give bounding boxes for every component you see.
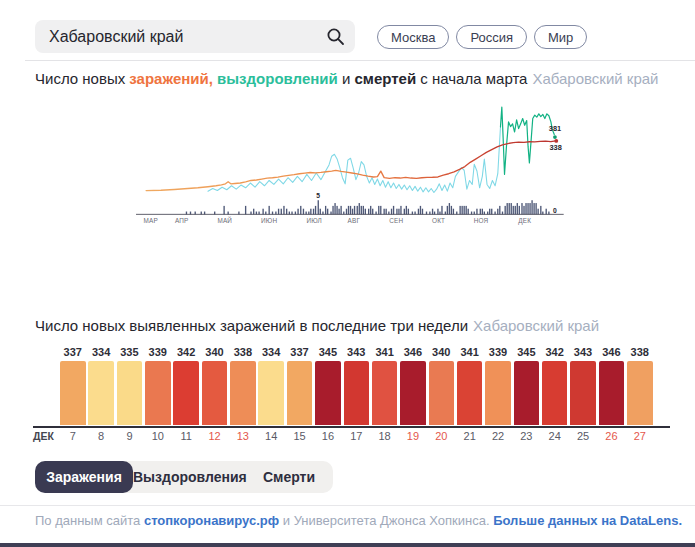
deaths-bar [370,206,371,214]
heatmap-cell-dec-22[interactable] [485,361,511,425]
deaths-bar [525,203,526,214]
heatmap-day-label: 7 [60,430,86,442]
heatmap-cell-dec-8[interactable] [88,361,114,425]
deaths-bar [327,209,328,215]
heatmap-value: 343 [570,346,596,358]
heatmap-cell-dec-23[interactable] [514,361,540,425]
region-button-world[interactable]: Мир [534,25,587,49]
region-button-russia[interactable]: Россия [456,25,527,49]
heatmap-cell-dec-18[interactable] [372,361,398,425]
heatmap-day-label: 21 [457,430,483,442]
deaths-bar [509,203,510,214]
deaths-bar [548,212,549,215]
deaths-bar [372,209,373,215]
metric-tabs: ЗараженияВыздоровленияСмерти [35,461,333,493]
deaths-bar [383,209,384,215]
search-input[interactable] [35,20,355,53]
deaths-bar [451,206,452,214]
deaths-bar [461,206,462,214]
deaths-bar [459,206,460,214]
deaths-bar [204,212,205,215]
header-divider [25,60,695,61]
heatmap-cell-dec-21[interactable] [457,361,483,425]
footer-text-pre: По данным сайта [35,513,144,528]
tab-infections[interactable]: Заражения [35,461,133,493]
deaths-bar [278,209,279,215]
deaths-bar [289,212,290,215]
heatmap-value: 339 [485,346,511,358]
deaths-bar [489,209,490,215]
deaths-bar [283,206,284,214]
stopcoronavirus-link[interactable]: стопкоронавирус.рф [144,513,279,528]
deaths-bar [537,209,538,215]
deaths-bar [463,206,464,214]
heatmap-cell-dec-9[interactable] [117,361,143,425]
deaths-bar [286,209,287,215]
deaths-bar [378,206,379,214]
heatmap-cell-dec-14[interactable] [258,361,284,425]
deaths-annotation-5: 5 [316,192,320,199]
heatmap-value: 341 [372,346,398,358]
footer-divider [0,505,695,506]
heatmap-title-text: Число новых выявленных заражений в после… [35,317,468,334]
heatmap-cell-dec-13[interactable] [230,361,256,425]
datalens-link[interactable]: Больше данных на DataLens. [493,513,682,528]
main-line-chart[interactable]: 381338МАРАПРМАЙИЮНИЮЛАВГСЕНОКТНОЯДЕК50 [0,95,695,290]
heatmap-cell-dec-26[interactable] [599,361,625,425]
month-label-ИЮЛ: ИЮЛ [306,217,322,224]
deaths-bar [487,212,488,215]
deaths-bar [515,206,516,214]
deaths-bar [468,209,469,215]
footer: По данным сайта стопкоронавирус.рф и Уни… [35,513,682,528]
heatmap-cell-dec-10[interactable] [145,361,171,425]
heatmap-value: 345 [514,346,540,358]
heatmap-cell-dec-12[interactable] [202,361,228,425]
search-icon[interactable] [326,27,345,46]
deaths-bar [268,206,269,214]
heatmap-cell-dec-11[interactable] [173,361,199,425]
deaths-bar [348,206,349,214]
heatmap-month-label: ДЕК [33,430,54,442]
deaths-bar [346,209,347,215]
deaths-bar [186,212,187,215]
deaths-bar [391,209,392,215]
heatmap-cell-dec-27[interactable] [627,361,653,425]
deaths-bar [262,209,263,215]
heatmap-cell-dec-7[interactable] [60,361,86,425]
heatmap-cell-dec-16[interactable] [315,361,341,425]
heatmap-value: 345 [315,346,341,358]
heatmap-cell-dec-25[interactable] [570,361,596,425]
tab-deaths[interactable]: Смерти [245,461,333,493]
deaths-bar [313,209,314,215]
deaths-annotation-0: 0 [553,207,557,214]
deaths-bar [330,212,331,215]
deaths-bar [343,212,344,215]
region-button-moscow[interactable]: Москва [377,25,449,49]
deaths-bar [354,206,355,214]
deaths-bar [429,212,430,215]
tab-recoveries[interactable]: Выздоровления [133,461,245,493]
heatmap-cell-dec-19[interactable] [400,361,426,425]
title-prefix: Число новых [35,70,129,87]
deaths-bar [338,209,339,215]
deaths-bar [505,206,506,214]
deaths-bar [456,212,457,215]
deaths-bar [491,209,492,215]
heatmap-day-label: 10 [145,430,171,442]
heatmap-cell-dec-24[interactable] [542,361,568,425]
heatmap-title: Число новых выявленных заражений в после… [35,317,599,334]
deaths-bar [412,212,413,215]
heatmap-cell-dec-20[interactable] [429,361,455,425]
deaths-bar [546,209,547,215]
deaths-bar [368,209,369,215]
heatmap-cell-dec-17[interactable] [344,361,370,425]
deaths-bar [432,209,433,215]
deaths-bar [474,212,475,215]
deaths-bar [434,212,435,215]
heatmap-day-label: 8 [88,430,114,442]
heatmap-value: 335 [117,346,143,358]
heatmap-cell-dec-15[interactable] [287,361,313,425]
deaths-bar [449,203,450,214]
deaths-bar [365,209,366,215]
month-label-СЕН: СЕН [389,217,403,224]
